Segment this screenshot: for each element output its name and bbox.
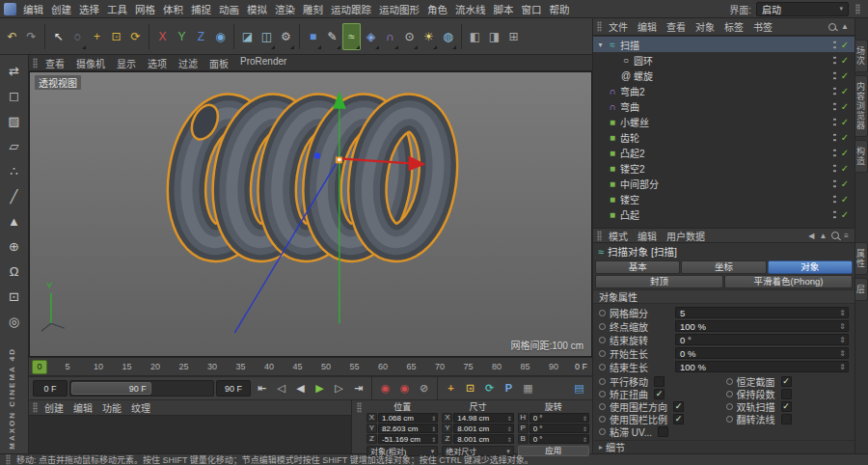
spring-object[interactable] (178, 101, 446, 248)
stepper-icon[interactable]: ⇕ (583, 425, 587, 432)
stepper-icon[interactable]: ⇕ (839, 336, 846, 344)
anim-dot-icon[interactable] (599, 403, 606, 410)
stepper-icon[interactable]: ⇕ (583, 415, 587, 422)
render-view-icon[interactable]: ◪ (238, 23, 257, 50)
menubar-item-2[interactable]: 选择 (75, 2, 103, 16)
viewport-menu-item-6[interactable]: ProRender (234, 56, 292, 70)
make-editable-icon[interactable]: ⇄ (3, 59, 26, 82)
enabled-check-icon[interactable]: ✓ (839, 148, 851, 158)
coord-input[interactable]: 0 °⇕ (529, 413, 589, 423)
enabled-check-icon[interactable]: ✓ (839, 70, 851, 81)
start-frame-field[interactable]: 0 F (33, 380, 68, 397)
subdivision-surface-icon[interactable]: ◈ (362, 23, 380, 50)
coord-input[interactable]: 0 °⇕ (529, 424, 589, 433)
key-position-icon[interactable]: + (442, 380, 460, 397)
visibility-dots[interactable] (832, 55, 837, 66)
interface-select[interactable]: 启动 ▾ (756, 2, 849, 16)
visibility-dots[interactable] (832, 209, 837, 220)
panel-grip[interactable] (597, 231, 602, 241)
spline-pen-icon[interactable]: ✎ (323, 23, 341, 50)
menubar-item-3[interactable]: 工具 (103, 2, 131, 16)
om-menu-item-2[interactable]: 查看 (662, 19, 691, 34)
checkbox[interactable] (781, 389, 792, 399)
history-up-icon[interactable]: ▲ (819, 232, 827, 240)
viewport-filter-icon[interactable]: ◎ (3, 310, 26, 333)
viewport-menu-item-4[interactable]: 过滤 (173, 56, 203, 70)
preview-render-icon[interactable]: ▤ (570, 380, 588, 397)
menubar-item-17[interactable]: 帮助 (546, 2, 574, 16)
menubar-item-13[interactable]: 角色 (423, 2, 451, 16)
menubar-item-0[interactable]: 编辑 (19, 2, 47, 16)
side-tab-top-0[interactable]: 场次 (855, 40, 868, 72)
tree-row-sweep[interactable]: ▾≈扫描✓ (593, 37, 854, 52)
enabled-check-icon[interactable]: ✓ (839, 178, 851, 189)
camera-icon[interactable]: ⊙ (400, 23, 419, 50)
visibility-dots[interactable] (832, 148, 837, 158)
stepper-icon[interactable]: ⇕ (431, 425, 436, 432)
menubar-item-12[interactable]: 运动图形 (375, 2, 423, 16)
menubar-item-10[interactable]: 雕刻 (299, 2, 327, 16)
selection-frame-icon[interactable]: ◌ (68, 23, 87, 50)
anim-dot-icon[interactable] (599, 428, 606, 435)
side-tab-bottom-1[interactable]: 层 (855, 278, 868, 301)
enabled-check-icon[interactable]: ✓ (839, 40, 851, 50)
range-handle[interactable]: 90 F (71, 382, 151, 395)
options-menu-icon[interactable]: ≡ (844, 232, 849, 240)
om-menu-item-4[interactable]: 标签 (719, 19, 748, 34)
checkbox[interactable] (654, 376, 665, 387)
expander-icon[interactable]: ▾ (596, 41, 605, 49)
goto-end-icon[interactable]: ⇥ (349, 380, 367, 397)
previous-frame-icon[interactable]: ◀ (291, 380, 310, 397)
visibility-dots[interactable] (832, 40, 837, 50)
edges-mode-icon[interactable]: ╱ (3, 184, 26, 207)
redo-icon[interactable]: ↷ (22, 23, 41, 50)
checkbox[interactable]: ✓ (673, 414, 684, 424)
scale-tool-icon[interactable]: ⊡ (107, 23, 125, 50)
viewport-menu-item-5[interactable]: 面板 (203, 56, 234, 70)
enabled-check-icon[interactable]: ✓ (839, 86, 851, 96)
stepper-icon[interactable]: ⇕ (507, 436, 512, 443)
anim-dot-icon[interactable] (599, 310, 606, 316)
play-icon[interactable]: ▶ (311, 380, 329, 397)
visibility-dots[interactable] (832, 132, 837, 143)
field-input[interactable]: 5⇕ (675, 307, 849, 318)
workplane-lock-icon[interactable]: ⊡ (3, 285, 26, 308)
panel-grip[interactable] (33, 402, 38, 413)
anim-dot-icon[interactable] (599, 350, 606, 357)
viewport-menu-item-2[interactable]: 显示 (111, 56, 142, 70)
tree-row-object[interactable]: ■中间部分✓ (593, 176, 854, 191)
axis-mode-icon[interactable]: ⊕ (3, 234, 26, 258)
material-menu-item-3[interactable]: 纹理 (126, 400, 155, 415)
viewport-menu-item-0[interactable]: 查看 (40, 56, 70, 70)
menubar-item-16[interactable]: 窗口 (518, 2, 546, 16)
timeline-ruler[interactable]: 051015202530354045505560657075808590 0 0… (29, 357, 592, 376)
material-menu-item-0[interactable]: 创建 (40, 400, 68, 415)
viewport-menu-item-3[interactable]: 选项 (142, 56, 173, 70)
coord-input[interactable]: 1.068 cm⇕ (378, 413, 438, 423)
tree-row-object[interactable]: ■小螺丝✓ (593, 114, 854, 129)
anim-dot-icon[interactable] (599, 416, 606, 423)
panel-grip[interactable] (855, 4, 860, 14)
lock-x-axis-icon[interactable]: X (153, 23, 172, 50)
goto-start-icon[interactable]: ⇤ (253, 380, 271, 397)
enabled-check-icon[interactable]: ✓ (839, 117, 851, 127)
texture-mode-icon[interactable]: ▨ (3, 109, 26, 132)
search-icon[interactable] (828, 23, 836, 31)
viewport-menu-item-1[interactable]: 摄像机 (70, 56, 111, 70)
autokeying-icon[interactable]: ◉ (395, 380, 414, 397)
menubar-item-5[interactable]: 体积 (159, 2, 187, 16)
side-tab-bottom-0[interactable]: 属性 (855, 242, 868, 275)
am-menu-item-1[interactable]: 编辑 (633, 229, 662, 243)
timeline-playhead[interactable]: 0 (32, 360, 47, 374)
anim-dot-icon[interactable] (726, 403, 733, 410)
light-icon[interactable]: ☀ (420, 23, 438, 50)
visibility-dots[interactable] (832, 194, 837, 205)
enabled-check-icon[interactable]: ✓ (839, 101, 851, 112)
next-frame-icon[interactable]: ▷ (330, 380, 348, 397)
scroll-up-icon[interactable]: ▲ (841, 22, 849, 31)
field-input[interactable]: 0 %⇕ (675, 347, 849, 359)
viewport-canvas[interactable]: Y (30, 72, 591, 356)
rotate-tool-icon[interactable]: ⟳ (126, 23, 145, 50)
checkbox[interactable] (781, 414, 792, 424)
bend-deformer-icon[interactable]: ∩ (381, 23, 399, 50)
